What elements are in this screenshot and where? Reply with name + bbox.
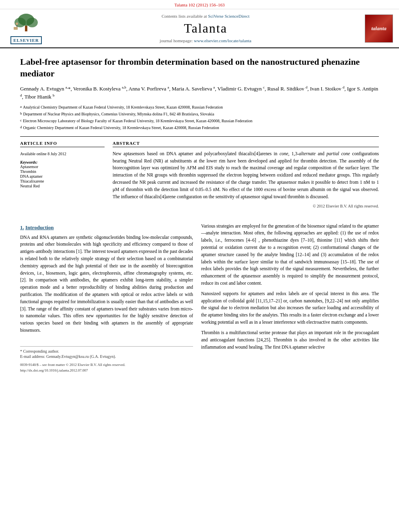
footnote-email-line: E-mail address: Gennady.Evtugyn@ksu.ru (… (20, 354, 193, 359)
affiliations: a Analytical Chemistry Department of Kaz… (20, 104, 379, 131)
sciverse-link[interactable]: SciVerse ScienceDirect (208, 14, 249, 18)
abstract-col: ABSTRACT New aptasensors based on DNA ap… (113, 141, 379, 208)
abstract-label: ABSTRACT (113, 141, 379, 147)
issn-line: 0039-9140/$ – see front matter © 2012 El… (20, 362, 379, 368)
svg-rect-4 (25, 26, 27, 31)
keyword-2: Thrombin (20, 169, 105, 174)
article-info-abstract: ARTICLE INFO Available online 8 July 201… (20, 136, 379, 208)
keyword-1: Aptasensor (20, 164, 105, 169)
article-info-col: ARTICLE INFO Available online 8 July 201… (20, 141, 105, 208)
journal-header-center: Contents lists available at SciVerse Sci… (52, 12, 359, 44)
keywords-list: Aptasensor Thrombin DNA aptamer Thiacali… (20, 164, 105, 188)
copyright-line: © 2012 Elsevier B.V. All rights reserved… (113, 204, 379, 208)
homepage-text: journal homepage: (160, 38, 194, 43)
section1-number: 1. (20, 224, 24, 230)
body-paragraph-1: DNA and RNA aptamers are synthetic oligo… (20, 234, 193, 334)
body-paragraph-right3: Thrombin is a multifunctional serine pro… (201, 329, 379, 351)
footnote-email-text: E-mail address: Gennady.Evtugyn@ksu.ru (… (20, 354, 116, 359)
article-title: Label-free aptasensor for thrombin deter… (20, 56, 379, 79)
svg-point-2 (14, 18, 26, 27)
citation-bar: Talanta 102 (2012) 156–163 (0, 0, 399, 9)
body-left-column: 1. Introduction DNA and RNA aptamers are… (20, 223, 193, 359)
article-info-label: ARTICLE INFO (20, 141, 105, 147)
affiliation-b: b Department of Nuclear Physics and Biop… (20, 111, 379, 117)
keyword-4: Thiacalixarene (20, 179, 105, 183)
keywords-section: Keywords: Aptasensor Thrombin DNA aptame… (20, 160, 105, 188)
article-content: Label-free aptasensor for thrombin deter… (0, 48, 399, 223)
svg-rect-7 (14, 27, 18, 30)
affiliation-c: c Electron Microscopy Laboratory of Biol… (20, 118, 379, 124)
body-paragraph-right2: Nanosized supports for aptamers and redo… (201, 290, 379, 326)
svg-point-3 (27, 18, 38, 27)
elsevier-wordmark: ELSEVIER (10, 36, 42, 44)
elsevier-logo-area: ELSEVIER (4, 12, 48, 44)
section1-title: Introduction (25, 224, 54, 230)
homepage-link[interactable]: www.elsevier.com/locate/talanta (194, 38, 251, 43)
authors-line: Gennady A. Evtugyn a,*, Veronika B. Kost… (20, 85, 379, 101)
talanta-logo-text: talanta (371, 25, 387, 32)
contents-text: Contents lists available at (162, 14, 208, 18)
keyword-5: Neutral Red (20, 184, 105, 188)
journal-logo-area: talanta (363, 12, 395, 44)
affiliation-d: d Organic Chemistry Department of Kazan … (20, 125, 379, 131)
homepage-line: journal homepage: www.elsevier.com/locat… (160, 38, 251, 43)
affiliation-a: a Analytical Chemistry Department of Kaz… (20, 104, 379, 110)
available-online-text: Available online 8 July 2012 (20, 152, 66, 156)
body-paragraph-right1: Various strategies are employed for the … (201, 223, 379, 287)
journal-title: Talanta (184, 21, 227, 36)
doi-line: http://dx.doi.org/10.1016/j.talanta.2012… (20, 368, 379, 373)
journal-header: ELSEVIER Contents lists available at Sci… (0, 9, 399, 48)
footnote-star-text: * Corresponding author. (20, 349, 59, 353)
body-content: 1. Introduction DNA and RNA aptamers are… (0, 223, 399, 359)
body-right-column: Various strategies are employed for the … (201, 223, 379, 359)
keywords-label: Keywords: (20, 160, 105, 164)
svg-point-5 (16, 23, 18, 25)
page: Talanta 102 (2012) 156–163 ELSEVIER (0, 0, 399, 532)
footnote-star-line: * Corresponding author. (20, 349, 193, 353)
citation-text: Talanta 102 (2012) 156–163 (175, 2, 225, 7)
sciverse-line: Contents lists available at SciVerse Sci… (162, 14, 249, 18)
available-online-section: Available online 8 July 2012 (20, 150, 105, 157)
section1-heading: 1. Introduction (20, 224, 193, 231)
bottom-info: 0039-9140/$ – see front matter © 2012 El… (0, 359, 399, 376)
talanta-logo: talanta (365, 14, 393, 43)
footnote-section: * Corresponding author. E-mail address: … (20, 346, 193, 359)
abstract-text: New aptasensors based on DNA aptamer and… (113, 150, 379, 201)
keyword-3: DNA aptamer (20, 174, 105, 179)
elsevier-tree-graphic (8, 12, 44, 35)
